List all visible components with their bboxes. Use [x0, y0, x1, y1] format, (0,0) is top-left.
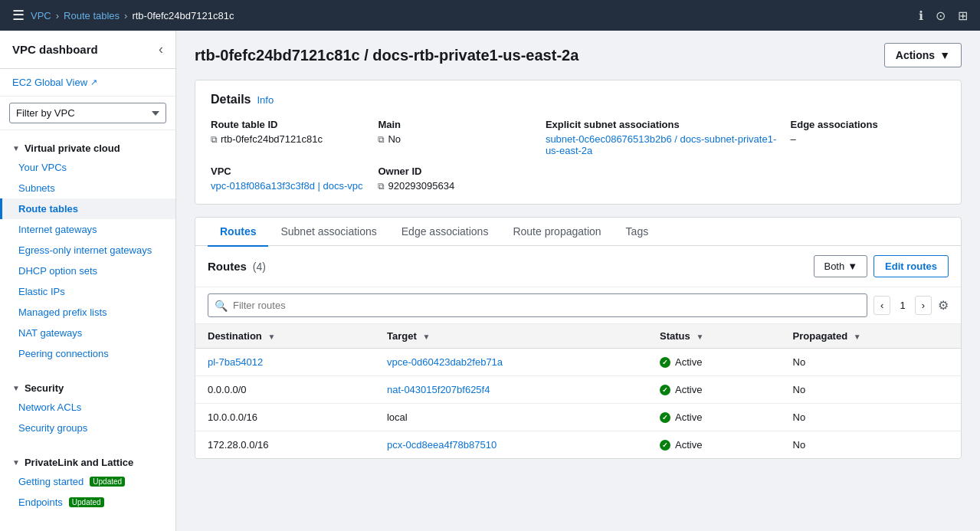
sidebar-item-peering[interactable]: Peering connections: [0, 343, 175, 364]
details-grid-row2: VPC vpc-018f086a13f3c3f8d | docs-vpc Own…: [211, 166, 946, 192]
tab-edge-associations[interactable]: Edge associations: [389, 218, 501, 247]
detail-label-main: Main: [378, 119, 533, 130]
next-page-button[interactable]: ›: [915, 296, 932, 315]
info-icon[interactable]: ℹ: [919, 8, 923, 23]
edge-value-text: –: [791, 133, 796, 145]
status-active-3: Active: [660, 411, 769, 423]
tab-subnet-associations[interactable]: Subnet associations: [268, 218, 388, 247]
breadcrumb-route-tables[interactable]: Route tables: [64, 10, 120, 21]
sidebar-item-network-acls[interactable]: Network ACLs: [0, 397, 175, 418]
tab-tags[interactable]: Tags: [614, 218, 661, 247]
copy-icon-rtid[interactable]: ⧉: [211, 134, 218, 145]
sidebar-item-nat-gateways[interactable]: NAT gateways: [0, 323, 175, 343]
explicit-subnet-link[interactable]: subnet-0c6ec08676513b2b6 / docs-subnet-p…: [546, 133, 778, 156]
edit-routes-button[interactable]: Edit routes: [873, 255, 949, 277]
col-status[interactable]: Status ▼: [647, 324, 781, 349]
sidebar-ec2-global-view: EC2 Global View ↗: [0, 69, 175, 97]
col-destination[interactable]: Destination ▼: [195, 324, 375, 349]
cell-target-3: local: [375, 404, 647, 431]
nav-section-privatelink-header[interactable]: ▼ PrivateLink and Lattice: [0, 451, 175, 471]
sidebar: VPC dashboard ‹ EC2 Global View ↗ Filter…: [0, 31, 176, 531]
target-link-1[interactable]: vpce-0d60423dab2feb71a: [387, 356, 503, 368]
nav-section-vpc-header[interactable]: ▼ Virtual private cloud: [0, 136, 175, 157]
detail-vpc: VPC vpc-018f086a13f3c3f8d | docs-vpc: [211, 166, 365, 192]
sidebar-item-security-groups[interactable]: Security groups: [0, 418, 175, 438]
chevron-down-icon-security: ▼: [12, 384, 20, 392]
sidebar-item-getting-started[interactable]: Getting started Updated: [0, 471, 175, 492]
destination-link-1[interactable]: pl-7ba54012: [208, 356, 263, 368]
status-active-4: Active: [660, 439, 769, 451]
col-propagated[interactable]: Propagated ▼: [781, 324, 961, 349]
topbar: ☰ VPC › Route tables › rtb-0fefc24bd7121…: [0, 0, 980, 31]
prev-page-button[interactable]: ‹: [873, 296, 890, 315]
tabs-section: Routes Subnet associations Edge associat…: [195, 217, 962, 459]
page-title: rtb-0fefc24bd7121c81c / docs-rtb-private…: [195, 47, 578, 64]
nav-section-security-header[interactable]: ▼ Security: [0, 376, 175, 397]
table-settings-icon[interactable]: ⚙: [938, 298, 949, 313]
status-active-2: Active: [660, 384, 769, 395]
routes-title: Routes: [208, 260, 247, 273]
filter-routes-input[interactable]: [208, 293, 867, 317]
detail-value-edge: –: [791, 133, 946, 145]
sidebar-item-route-tables[interactable]: Route tables: [0, 198, 175, 219]
tab-route-propagation[interactable]: Route propagation: [500, 218, 613, 247]
chevron-down-icon: ▼: [12, 144, 20, 152]
sort-icon-target: ▼: [422, 333, 430, 341]
sort-icon-status: ▼: [696, 333, 703, 341]
vpc-filter-select[interactable]: Filter by VPC: [9, 103, 166, 123]
tab-routes[interactable]: Routes: [208, 218, 268, 247]
nav-section-vpc: ▼ Virtual private cloud Your VPCs Subnet…: [0, 130, 175, 370]
chevron-down-icon-both: ▼: [847, 261, 857, 272]
cell-status-1: Active: [647, 349, 781, 376]
details-info-link[interactable]: Info: [257, 94, 274, 106]
target-link-4[interactable]: pcx-0cd8eea4f78b87510: [387, 439, 497, 451]
owner-id-text: 920293095634: [388, 180, 454, 192]
tabs-header: Routes Subnet associations Edge associat…: [195, 218, 961, 246]
status-active-1: Active: [660, 356, 769, 368]
clock-icon[interactable]: ⊙: [936, 8, 946, 23]
breadcrumb-vpc[interactable]: VPC: [31, 10, 51, 21]
nav-section-privatelink-label: PrivateLink and Lattice: [25, 457, 133, 468]
sidebar-item-your-vpcs[interactable]: Your VPCs: [0, 157, 175, 178]
cell-propagated-1: No: [781, 349, 961, 376]
search-icon: 🔍: [215, 300, 228, 312]
status-dot-2: [660, 385, 670, 395]
target-link-2[interactable]: nat-043015f207bf625f4: [387, 384, 490, 395]
sidebar-item-internet-gateways[interactable]: Internet gateways: [0, 219, 175, 240]
sidebar-item-egress-only-gateways[interactable]: Egress-only internet gateways: [0, 240, 175, 261]
table-row: 172.28.0.0/16 pcx-0cd8eea4f78b87510 Acti…: [195, 431, 961, 459]
detail-value-owner-id: ⧉ 920293095634: [378, 180, 533, 192]
cell-target-1: vpce-0d60423dab2feb71a: [375, 349, 647, 376]
sidebar-item-elastic-ips[interactable]: Elastic IPs: [0, 281, 175, 302]
search-bar: 🔍 ‹ 1 › ⚙: [195, 287, 961, 324]
sidebar-item-managed-prefix[interactable]: Managed prefix lists: [0, 302, 175, 323]
sidebar-collapse-button[interactable]: ‹: [159, 41, 163, 57]
cell-status-4: Active: [647, 431, 781, 459]
chevron-down-icon-actions: ▼: [939, 49, 950, 61]
routes-section-header: Routes (4) Both ▼ Edit routes: [195, 246, 961, 287]
sidebar-item-subnets[interactable]: Subnets: [0, 178, 175, 198]
sidebar-item-endpoints[interactable]: Endpoints Updated: [0, 492, 175, 513]
details-card: Details Info Route table ID ⧉ rtb-0fefc2…: [195, 80, 962, 205]
actions-button[interactable]: Actions ▼: [884, 43, 962, 67]
status-text-3: Active: [675, 411, 702, 423]
copy-icon-owner[interactable]: ⧉: [378, 181, 385, 192]
pagination: ‹ 1 › ⚙: [873, 296, 949, 315]
topbar-icons: ℹ ⊙ ⊞: [919, 8, 968, 23]
status-text-4: Active: [675, 439, 702, 451]
sort-icon-propagated: ▼: [854, 333, 861, 341]
cell-destination-4: 172.28.0.0/16: [195, 431, 375, 459]
page-number: 1: [893, 300, 911, 311]
menu-icon[interactable]: ☰: [12, 7, 25, 24]
detail-label-vpc: VPC: [211, 166, 365, 177]
col-target[interactable]: Target ▼: [375, 324, 647, 349]
screen-icon[interactable]: ⊞: [958, 8, 968, 23]
both-button[interactable]: Both ▼: [814, 255, 867, 277]
status-text-1: Active: [675, 356, 702, 368]
copy-icon-main[interactable]: ⧉: [378, 134, 385, 145]
detail-value-main: ⧉ No: [378, 133, 533, 145]
ec2-global-view-link[interactable]: EC2 Global View ↗: [12, 77, 163, 88]
detail-main: Main ⧉ No: [378, 119, 533, 156]
sidebar-item-dhcp[interactable]: DHCP option sets: [0, 261, 175, 281]
vpc-link[interactable]: vpc-018f086a13f3c3f8d | docs-vpc: [211, 180, 363, 192]
